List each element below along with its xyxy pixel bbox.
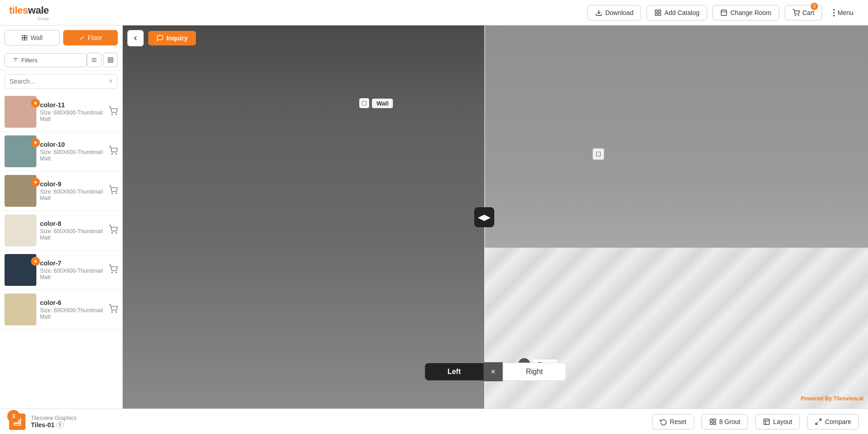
svg-rect-3 [655, 13, 657, 15]
grid-view-button[interactable] [103, 53, 118, 67]
tiles-graphics-label: Tilesview Graphics [31, 415, 76, 421]
wall-label: Wall [359, 98, 393, 108]
tile-add-button[interactable] [109, 146, 118, 157]
logo-area: tileswale Group [9, 5, 49, 21]
list-item[interactable]: ♥ color-9 Size: 600X600-Thumbnail Matt [0, 171, 122, 211]
change-room-button[interactable]: Change Room [712, 5, 779, 20]
svg-rect-4 [659, 13, 661, 15]
svg-point-25 [112, 114, 113, 115]
list-item[interactable]: ♥ color-7 Size: 600X600-Thumbnail Matt [0, 250, 122, 290]
svg-rect-21 [108, 58, 110, 60]
reset-button[interactable]: Reset [652, 414, 694, 429]
list-item[interactable]: color-6 Size: 600X600-Thumbnail Matt [0, 290, 122, 329]
tile-info: color-7 Size: 600X600-Thumbnail Matt [36, 259, 109, 280]
inquiry-button[interactable]: Inquiry [148, 31, 196, 45]
svg-point-35 [112, 311, 113, 312]
svg-point-34 [116, 272, 117, 273]
compare-button[interactable]: Compare [807, 414, 859, 429]
tile-add-button[interactable] [109, 185, 118, 197]
tile-info: color-8 Size: 600X600-Thumbnail Matt [36, 220, 109, 241]
tile-favorite[interactable]: ♥ [31, 138, 40, 147]
left-button[interactable]: Left [425, 363, 483, 380]
tiles-badge: 3 [7, 410, 20, 423]
layout-button[interactable]: Layout [755, 414, 800, 429]
svg-rect-12 [25, 35, 27, 38]
main-area: Wall Floor Filters [0, 25, 868, 409]
tile-name: color-10 [40, 141, 105, 148]
bottom-bar: 3 Tilesview Graphics Tiles-01 ℹ Reset 8 … [0, 409, 868, 434]
svg-rect-42 [710, 419, 712, 421]
tile-add-button[interactable] [109, 304, 118, 315]
wall-label-text: Wall [372, 99, 393, 108]
divider-handle: ◀▶ [474, 207, 494, 227]
grout-button[interactable]: 8 Grout [702, 414, 748, 429]
search-input[interactable] [10, 78, 109, 85]
wall-tab-button[interactable]: Wall [5, 30, 60, 45]
tile-favorite[interactable]: ♥ [31, 178, 40, 187]
svg-rect-5 [721, 10, 727, 15]
lr-toggle: Left × Right [425, 362, 566, 381]
sidebar-tabs: Wall Floor [0, 25, 122, 50]
menu-button[interactable]: Menu [828, 5, 859, 20]
list-view-button[interactable] [87, 53, 101, 67]
scene-right-floor [484, 248, 868, 409]
list-view-icon [91, 57, 97, 63]
filter-button[interactable]: Filters [5, 53, 87, 67]
svg-line-49 [819, 419, 822, 421]
list-item[interactable]: ♥ color-10 Size: 600X600-Thumbnail Matt [0, 132, 122, 171]
tile-favorite[interactable]: ♥ [31, 257, 40, 266]
svg-rect-24 [111, 60, 113, 62]
svg-rect-46 [764, 419, 769, 424]
tile-finish: Matt [40, 274, 105, 280]
filter-icon [12, 57, 19, 63]
download-button[interactable]: Download [587, 5, 641, 20]
svg-rect-45 [713, 422, 716, 424]
tile-info: color-10 Size: 600X600-Thumbnail Matt [36, 141, 109, 162]
divider-handle-button[interactable]: ◀▶ [474, 207, 494, 227]
svg-point-30 [116, 193, 117, 194]
cart-icon [793, 9, 800, 16]
list-item[interactable]: ♥ color-11 Size: 600X600-Thumbnail Matt [0, 92, 122, 132]
bottom-right: Reset 8 Grout Layout Compare [652, 414, 859, 429]
logo: tileswale [9, 5, 49, 16]
svg-rect-23 [108, 60, 110, 62]
svg-point-27 [112, 153, 113, 154]
grout-icon [709, 418, 717, 425]
nav-actions: Download Add Catalog Change Room 0 Cart … [587, 5, 859, 20]
tile-name: color-6 [40, 299, 105, 306]
search-clear-button[interactable]: × [109, 77, 113, 85]
cart-button[interactable]: 0 Cart [785, 5, 822, 20]
svg-rect-13 [22, 38, 25, 40]
add-catalog-button[interactable]: Add Catalog [647, 5, 707, 20]
compare-icon [815, 418, 822, 425]
svg-point-7 [798, 15, 798, 15]
tile-add-button[interactable] [109, 264, 118, 276]
wall-icon-right [592, 148, 604, 160]
tile-favorite[interactable]: ♥ [31, 99, 40, 108]
floor-tab-button[interactable]: Floor [63, 30, 118, 45]
svg-point-28 [116, 153, 117, 154]
tile-finish: Matt [40, 195, 105, 201]
cart-badge: 0 [811, 3, 818, 10]
list-item[interactable]: color-8 Size: 600X600-Thumbnail Matt [0, 211, 122, 250]
back-button[interactable] [127, 30, 144, 46]
svg-point-31 [112, 232, 113, 233]
tile-add-button[interactable] [109, 106, 118, 118]
wall-right-icon [596, 151, 601, 157]
download-icon [595, 9, 602, 16]
tiles-name: Tiles-01 ℹ [31, 421, 76, 429]
search-row: × [0, 70, 122, 92]
svg-rect-1 [655, 10, 657, 12]
tile-info-icon[interactable]: ℹ [56, 421, 64, 429]
content-area: Inquiry Wall [123, 25, 868, 409]
scene-left [123, 25, 484, 409]
right-button[interactable]: Right [502, 363, 566, 381]
tile-size: Size: 600X600-Thumbnail [40, 228, 105, 234]
tile-add-button[interactable] [109, 225, 118, 236]
filter-row: Filters [0, 50, 122, 70]
lr-close-button[interactable]: × [483, 362, 502, 381]
view-btns [87, 53, 118, 67]
svg-rect-41 [14, 423, 21, 425]
tile-finish: Matt [40, 116, 105, 122]
sidebar: Wall Floor Filters [0, 25, 123, 409]
